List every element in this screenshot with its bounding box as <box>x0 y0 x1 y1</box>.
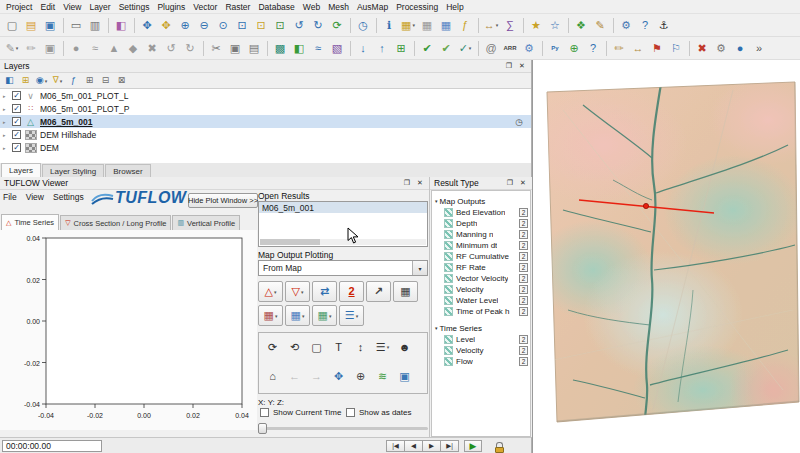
grass-tools-button[interactable]: ◧ <box>290 39 308 57</box>
layer-row-m06-5m-001-plot-l[interactable]: ▸✓∨M06_5m_001_PLOT_L <box>0 89 531 102</box>
check-validity-button[interactable]: ✔ <box>437 39 455 57</box>
identify-features-button[interactable]: ℹ <box>380 16 398 34</box>
close-icon[interactable]: ✕ <box>415 179 425 187</box>
copy-features-button[interactable]: ▣ <box>226 39 244 57</box>
plot-save-button[interactable]: ▣ <box>394 366 415 386</box>
help-contents-button[interactable]: ? <box>584 39 602 57</box>
sync-plot-button[interactable]: ⟲ <box>284 337 305 357</box>
open-layer-styling-button[interactable]: ◧ <box>2 74 17 88</box>
mesh-digitizing-button[interactable]: ▩ <box>271 39 289 57</box>
show-bookmarks-button[interactable]: ☆ <box>546 16 564 34</box>
menu-layer[interactable]: Layer <box>85 2 114 12</box>
deselect-features-button[interactable]: ▦ <box>418 16 436 34</box>
statistics-summary-button[interactable]: ∑ <box>501 16 519 34</box>
secondary-axis-badge[interactable]: 2 <box>519 219 528 228</box>
info-dot-button[interactable]: ● <box>731 39 749 57</box>
expand-arrow-icon[interactable]: ▸ <box>3 119 9 125</box>
add-polygon-feature-button[interactable]: ▲ <box>105 39 123 57</box>
first-timestep-button[interactable]: |◀ <box>386 440 405 452</box>
plot-canvas[interactable]: 0.04 0.02 0.00 -0.02 -0.04 -0.04 -0.02 0… <box>0 230 257 430</box>
plot-forward-button[interactable]: → <box>306 366 327 386</box>
layer-visibility-checkbox[interactable]: ✓ <box>12 143 21 152</box>
hide-plot-window-button[interactable]: Hide Plot Window >> <box>188 193 258 208</box>
scrollbar-thumb[interactable] <box>260 239 320 245</box>
secondary-axis-badge[interactable]: 2 <box>519 241 528 250</box>
result-item-rf-rate[interactable]: RF Rate2 <box>432 262 530 273</box>
result-item-time-of-peak-h[interactable]: Time of Peak h2 <box>432 306 530 317</box>
dock-tab-layers[interactable]: Layers <box>1 163 41 177</box>
topology-checker-button[interactable]: ✓▾ <box>456 39 474 57</box>
refresh-map-button[interactable]: ⟳ <box>328 16 346 34</box>
dock-tab-browser[interactable]: Browser <box>105 164 150 177</box>
help-button[interactable]: ? <box>636 16 654 34</box>
menu-edit[interactable]: Edit <box>36 2 59 12</box>
secondary-axis-badge[interactable]: 2 <box>519 357 528 366</box>
secondary-axis-badge[interactable]: 2 <box>519 335 528 344</box>
menu-web[interactable]: Web <box>299 2 324 12</box>
layer-visibility-checkbox[interactable]: ✓ <box>12 91 21 100</box>
plot-timeseries-button[interactable]: △▾ <box>258 281 283 302</box>
zoom-to-layer-button[interactable]: ⊡ <box>271 16 289 34</box>
plot-subplots-button[interactable]: ≋ <box>372 366 393 386</box>
plot-back-button[interactable]: ← <box>284 366 305 386</box>
collapse-arrow-icon[interactable]: ▾ <box>435 198 438 204</box>
save-project-button[interactable]: ▣ <box>41 16 59 34</box>
current-edits-button[interactable]: ✎▾ <box>3 39 21 57</box>
undock-icon[interactable]: ❐ <box>402 179 412 187</box>
menu-plugins[interactable]: Plugins <box>153 2 189 12</box>
layer-visibility-checkbox[interactable]: ✓ <box>12 130 21 139</box>
menu-mesh[interactable]: Mesh <box>324 2 353 12</box>
paste-features-button[interactable]: ▤ <box>245 39 263 57</box>
map-output-plotting-select[interactable]: From Map ▾ <box>258 260 428 276</box>
cross-section-point[interactable] <box>643 203 648 208</box>
result-item-bed-elevation[interactable]: Bed Elevation2 <box>432 207 530 218</box>
result-item-minimum-dt[interactable]: Minimum dt2 <box>432 240 530 251</box>
zoom-to-selection-button[interactable]: ⊡ <box>252 16 270 34</box>
lock-button[interactable] <box>492 439 506 453</box>
python-console-button[interactable]: Py <box>546 39 564 57</box>
menu-raster[interactable]: Raster <box>221 2 254 12</box>
result-item-water-level[interactable]: Water Level2 <box>432 295 530 306</box>
secondary-axis-button[interactable]: 2 <box>339 281 364 302</box>
plot-pan-button[interactable]: ✥ <box>328 366 349 386</box>
plot-home-button[interactable]: ⌂ <box>262 366 283 386</box>
next-timestep-button[interactable]: ▶ <box>422 440 441 452</box>
map-tips-button[interactable]: ❖ <box>572 16 590 34</box>
add-line-feature-button[interactable]: ≈ <box>86 39 104 57</box>
secondary-axis-badge[interactable]: 2 <box>519 263 528 272</box>
result-item-flow[interactable]: Flow2 <box>432 356 530 367</box>
field-calculator-button[interactable]: ƒ <box>456 16 474 34</box>
time-display[interactable]: 00:00:00.00 <box>2 440 102 452</box>
menu-processing[interactable]: Processing <box>392 2 442 12</box>
map-export-button[interactable]: ▦▾ <box>285 305 310 326</box>
menu-ausmap[interactable]: AusMap <box>353 2 392 12</box>
tuflow-export-button[interactable]: ↑ <box>373 39 391 57</box>
check-geometry-button[interactable]: ✔ <box>418 39 436 57</box>
secondary-axis-badge[interactable]: 2 <box>519 296 528 305</box>
chevron-down-icon[interactable]: ▾ <box>412 261 427 275</box>
result-item-manning-n[interactable]: Manning n2 <box>432 229 530 240</box>
style-manager-button[interactable]: ◧ <box>112 16 130 34</box>
vertex-tool-button[interactable]: ◆ <box>124 39 142 57</box>
attachment-button[interactable]: @ <box>482 39 500 57</box>
animation-export-button[interactable]: ▦▾ <box>258 305 283 326</box>
show-as-dates-checkbox[interactable] <box>346 408 355 417</box>
manage-map-themes-button[interactable]: ◉▾ <box>34 74 49 88</box>
result-group-map-outputs[interactable]: ▾Map Outputs <box>432 195 530 207</box>
time-slider[interactable] <box>258 423 428 434</box>
undock-icon[interactable]: ❐ <box>504 62 514 70</box>
layer-row-m06-5m-001[interactable]: ▸✓△M06_5m_001◷ <box>0 115 531 128</box>
new-bookmark-button[interactable]: ★ <box>527 16 545 34</box>
remove-tool-button[interactable]: ✖ <box>693 39 711 57</box>
close-icon[interactable]: ✕ <box>517 62 527 70</box>
tuflow-menu-settings[interactable]: Settings <box>53 192 84 202</box>
undock-icon[interactable]: ❐ <box>505 179 515 187</box>
contour-options-button[interactable]: ☰▾ <box>339 305 364 326</box>
plot-zoom-button[interactable]: ⊕ <box>350 366 371 386</box>
annotation-pencil-button[interactable]: ✏ <box>610 39 628 57</box>
layer-row-m06-5m-001-plot-p[interactable]: ▸✓∷M06_5m_001_PLOT_P <box>0 102 531 115</box>
ausmap-button[interactable]: ⚓ <box>655 16 673 34</box>
show-current-time-checkbox[interactable] <box>260 408 269 417</box>
plot-cross-section-button[interactable]: ▽▾ <box>285 281 310 302</box>
batch-export-button[interactable]: ▦▾ <box>312 305 337 326</box>
